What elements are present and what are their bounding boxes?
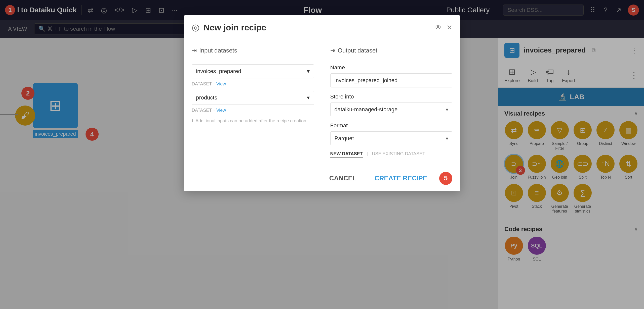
input-dataset-1: invoices_prepared ▾ DATASET - View [192, 64, 314, 88]
output-action-sep: | [367, 151, 368, 158]
input-dataset-2-name: products [196, 94, 217, 101]
new-join-recipe-modal: ◎ New join recipe 👁 ✕ ⇥ Input datasets i… [184, 15, 460, 191]
input-panel-title: ⇥ Input datasets [192, 47, 314, 58]
input-dataset-1-sep: - [213, 81, 215, 87]
input-dataset-2-view[interactable]: View [216, 108, 226, 113]
new-dataset-action[interactable]: NEW DATASET [330, 151, 363, 158]
modal-input-panel: ⇥ Input datasets invoices_prepared ▾ DAT… [184, 40, 322, 165]
output-name-input[interactable] [330, 73, 453, 87]
output-format-label: Format [330, 122, 453, 129]
input-arrow-icon: ⇥ [192, 47, 197, 54]
output-format-select[interactable]: Parquet [330, 131, 453, 145]
modal-header: ◎ New join recipe 👁 ✕ [184, 15, 460, 40]
modal-overlay: ◎ New join recipe 👁 ✕ ⇥ Input datasets i… [0, 0, 644, 309]
input-dataset-1-type: DATASET [192, 81, 212, 87]
modal-close-button[interactable]: ✕ [447, 23, 452, 32]
input-dataset-2: products ▾ DATASET - View [192, 91, 314, 114]
input-dataset-1-name: invoices_prepared [196, 68, 241, 75]
use-existing-action[interactable]: USE EXISTING DATASET [372, 151, 425, 158]
output-name-label: Name [330, 64, 453, 71]
output-store-label: Store into [330, 93, 453, 100]
output-store-select-wrap: dataiku-managed-storage ▾ [330, 102, 453, 116]
output-format-select-wrap: Parquet ▾ [330, 131, 453, 145]
create-recipe-button[interactable]: CREATE RECIPE [369, 171, 433, 185]
output-format-group: Format Parquet ▾ [330, 122, 453, 145]
modal-output-panel: ⇥ Output dataset Name Store into dataiku… [322, 40, 461, 165]
input-dataset-1-view[interactable]: View [216, 81, 226, 87]
input-dataset-2-select[interactable]: products ▾ [192, 91, 314, 105]
modal-footer: CANCEL CREATE RECIPE 5 [184, 165, 460, 191]
input-dataset-2-type: DATASET [192, 108, 212, 113]
output-arrow-icon: ⇥ [330, 47, 335, 54]
step-badge-5: 5 [439, 172, 452, 185]
input-dataset-1-select[interactable]: invoices_prepared ▾ [192, 64, 314, 78]
modal-header-icon: ◎ [192, 22, 199, 33]
cancel-button[interactable]: CANCEL [323, 171, 363, 185]
input-dataset-2-meta: DATASET - View [192, 107, 314, 114]
output-store-select[interactable]: dataiku-managed-storage [330, 102, 453, 116]
output-store-group: Store into dataiku-managed-storage ▾ [330, 93, 453, 116]
input-dataset-1-arrow: ▾ [307, 68, 310, 75]
modal-body: ⇥ Input datasets invoices_prepared ▾ DAT… [184, 40, 460, 165]
output-name-group: Name [330, 64, 453, 87]
modal-title: New join recipe [204, 23, 430, 32]
input-dataset-2-arrow: ▾ [307, 94, 310, 101]
additional-inputs-note: ℹ Additional inputs can be added after t… [192, 118, 314, 124]
output-mode-actions: NEW DATASET | USE EXISTING DATASET [330, 151, 453, 158]
modal-eye-button[interactable]: 👁 [434, 23, 441, 32]
additional-note-text: Additional inputs can be added after the… [195, 118, 307, 124]
input-dataset-1-meta: DATASET - View [192, 80, 314, 88]
output-title-text: Output dataset [338, 47, 377, 54]
input-title-text: Input datasets [199, 47, 237, 54]
input-dataset-2-sep: - [213, 108, 215, 113]
output-panel-title: ⇥ Output dataset [330, 47, 453, 58]
modal-header-actions: 👁 ✕ [434, 23, 452, 32]
info-icon: ℹ [192, 118, 193, 124]
